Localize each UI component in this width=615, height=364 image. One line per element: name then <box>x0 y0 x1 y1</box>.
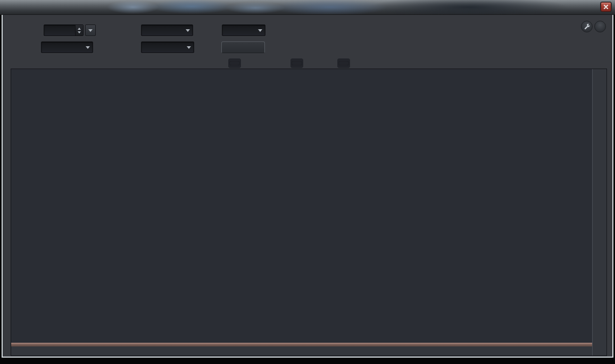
lr-channel-pill[interactable] <box>228 58 241 68</box>
spinner-up-icon <box>78 28 81 30</box>
fft-size-stepper[interactable] <box>75 25 83 36</box>
screen <box>0 0 615 364</box>
db-axis-ticks <box>593 69 607 355</box>
spinner-down-icon <box>78 31 81 33</box>
fft-size-input[interactable] <box>44 24 84 36</box>
settings-button[interactable] <box>581 21 593 32</box>
help-button[interactable] <box>594 21 606 32</box>
anchor-sample-toggle[interactable] <box>225 58 241 68</box>
chevron-down-icon <box>186 29 190 32</box>
chevron-down-icon <box>88 29 93 32</box>
window-title-bar[interactable] <box>0 0 615 15</box>
selection-toggle[interactable] <box>287 58 303 68</box>
db-axis <box>592 69 606 355</box>
chevron-down-icon <box>86 46 90 49</box>
channel-color-pill-icon <box>229 61 240 65</box>
channel-color-pill-icon <box>292 61 302 65</box>
frequency-axis <box>11 346 592 355</box>
ch-mode-select[interactable] <box>141 41 194 53</box>
close-button[interactable] <box>601 2 611 12</box>
wrench-icon <box>583 23 591 30</box>
frequency-scrollbar[interactable] <box>11 343 592 346</box>
time-overlap-select[interactable] <box>141 24 193 36</box>
decay-select[interactable] <box>222 24 265 36</box>
spectrum-chart-panel <box>11 69 607 356</box>
chevron-down-icon <box>187 46 191 49</box>
close-icon <box>603 4 609 10</box>
lr-channel-pill[interactable] <box>337 58 350 68</box>
channel-color-pill-icon <box>338 61 349 65</box>
window-fn-select[interactable] <box>41 41 93 53</box>
lr-channel-pill[interactable] <box>290 58 303 68</box>
spectrum-plot[interactable] <box>11 69 592 343</box>
chevron-down-icon <box>258 29 262 32</box>
playback-input-toggle[interactable] <box>334 58 350 68</box>
fft-size-dropdown-button[interactable] <box>85 24 96 36</box>
reset-button[interactable] <box>221 41 265 53</box>
plugin-window-body <box>2 15 613 358</box>
